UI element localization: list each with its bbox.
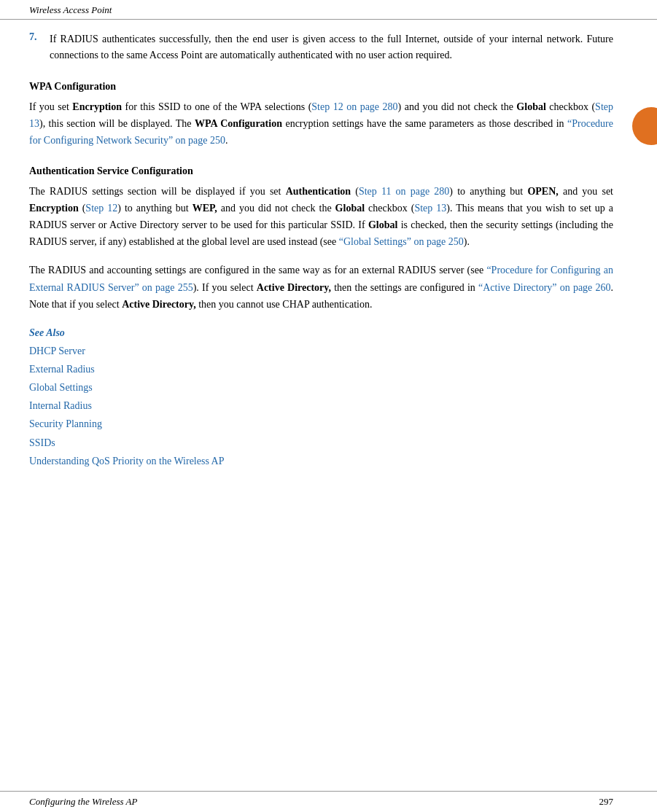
see-also-ssids[interactable]: SSIDs: [29, 434, 613, 452]
section-tab: [632, 107, 657, 145]
dhcp-server-link[interactable]: DHCP Server: [29, 346, 85, 356]
global-bold-2: Global: [335, 203, 365, 214]
page-footer: Configuring the Wireless AP 297: [0, 791, 657, 812]
global-settings-link[interactable]: “Global Settings” on page 250: [339, 236, 464, 247]
see-also-heading: See Also: [29, 327, 613, 339]
see-also-global-settings[interactable]: Global Settings: [29, 378, 613, 397]
ssids-link[interactable]: SSIDs: [29, 437, 55, 448]
numbered-item-7: 7. If RADIUS authenticates successfully,…: [29, 31, 613, 64]
wpa-config-heading: WPA Configuration: [29, 79, 613, 94]
security-planning-link[interactable]: Security Planning: [29, 418, 102, 429]
see-also-qos[interactable]: Understanding QoS Priority on the Wirele…: [29, 452, 613, 470]
qos-link[interactable]: Understanding QoS Priority on the Wirele…: [29, 456, 225, 466]
footer-page-number: 297: [599, 796, 614, 808]
open-bold: OPEN,: [527, 186, 558, 197]
see-also-internal-radius[interactable]: Internal Radius: [29, 397, 613, 415]
see-also-section: See Also DHCP Server External Radius Glo…: [29, 327, 613, 470]
wpa-config-para: If you set Encryption for this SSID to o…: [29, 98, 613, 149]
see-also-dhcp[interactable]: DHCP Server: [29, 342, 613, 360]
internal-radius-link[interactable]: Internal Radius: [29, 400, 92, 411]
see-also-external-radius[interactable]: External Radius: [29, 360, 613, 378]
global-settings-see-link[interactable]: Global Settings: [29, 382, 93, 393]
global-bold-1: Global: [516, 101, 545, 112]
page-container: Wireless Access Point 7. If RADIUS authe…: [0, 0, 657, 812]
auth-service-para-1: The RADIUS settings section will be disp…: [29, 183, 613, 250]
active-directory-bold-2: Active Directory,: [122, 299, 196, 310]
global-bold-3: Global: [368, 219, 397, 230]
encryption-bold-2: Encryption: [29, 203, 79, 214]
auth-service-heading: Authentication Service Configuration: [29, 163, 613, 179]
step12-link-2[interactable]: Step 12: [85, 203, 117, 214]
wpa-config-bold: WPA Configuration: [195, 118, 282, 129]
procedure-network-security-link[interactable]: “Procedure for Configuring Network Secur…: [29, 118, 613, 146]
active-directory-link[interactable]: “Active Directory” on page 260: [478, 282, 611, 293]
step12-link[interactable]: Step 12 on page 280: [311, 101, 397, 112]
see-also-security-planning[interactable]: Security Planning: [29, 415, 613, 433]
step13-link-2[interactable]: Step 13: [414, 203, 446, 214]
external-radius-see-link[interactable]: External Radius: [29, 364, 95, 375]
item-body-7: If RADIUS authenticates successfully, th…: [50, 31, 613, 64]
page-header: Wireless Access Point: [0, 0, 657, 20]
auth-service-para-2: The RADIUS and accounting settings are c…: [29, 262, 613, 312]
item-number: 7.: [29, 31, 50, 64]
encryption-bold: Encryption: [72, 101, 122, 112]
wep-bold: WEP,: [193, 203, 217, 214]
step11-link[interactable]: Step 11 on page 280: [359, 186, 449, 197]
see-also-list: DHCP Server External Radius Global Setti…: [29, 342, 613, 470]
active-directory-bold-1: Active Directory,: [257, 282, 331, 293]
authentication-bold: Authentication: [286, 186, 351, 197]
footer-left-text: Configuring the Wireless AP: [29, 796, 137, 808]
content-area: 7. If RADIUS authenticates successfully,…: [0, 20, 657, 482]
header-title: Wireless Access Point: [29, 4, 112, 16]
